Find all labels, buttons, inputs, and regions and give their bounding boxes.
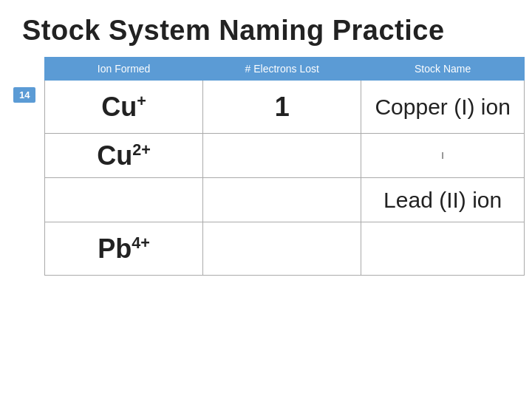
ion-symbol-2: Cu2+ — [97, 140, 151, 171]
page: Stock System Naming Practice 14 Ion Form… — [0, 0, 532, 399]
electrons-cell-3 — [203, 178, 361, 222]
stock-name-cell-2: I — [361, 134, 525, 178]
ion-symbol-1: Cu+ — [101, 92, 146, 122]
ion-cell-3 — [45, 178, 203, 222]
ion-cell-2: Cu2+ — [45, 134, 203, 178]
header-electrons-lost: # Electrons Lost — [203, 58, 361, 81]
stock-name-cell-4 — [361, 222, 525, 276]
ion-cell-1: Cu+ — [45, 81, 203, 134]
stock-name-cell-1: Copper (I) ion — [361, 81, 525, 134]
electrons-cell-4 — [203, 222, 361, 276]
header-stock-name: Stock Name — [361, 58, 525, 81]
electrons-cell-1: 1 — [203, 81, 361, 134]
table-wrapper: Ion Formed # Electrons Lost Stock Name C… — [44, 57, 525, 276]
table-row: Cu+ 1 Copper (I) ion — [45, 81, 525, 134]
ion-superscript-1: + — [137, 92, 146, 110]
slide-number: 14 — [13, 87, 35, 103]
header-ion-formed: Ion Formed — [45, 58, 203, 81]
ion-cell-4: Pb4+ — [45, 222, 203, 276]
main-table: Ion Formed # Electrons Lost Stock Name C… — [44, 57, 525, 276]
table-row: Lead (II) ion — [45, 178, 525, 222]
ion-superscript-2: 2+ — [132, 140, 151, 159]
electrons-cell-2 — [203, 134, 361, 178]
table-header-row: Ion Formed # Electrons Lost Stock Name — [45, 58, 525, 81]
page-title: Stock System Naming Practice — [22, 15, 510, 47]
ion-superscript-4: 4+ — [132, 233, 150, 252]
table-row: Cu2+ I — [45, 134, 525, 178]
table-row: Pb4+ — [45, 222, 525, 276]
ion-symbol-4: Pb4+ — [98, 233, 150, 264]
stock-name-cell-3: Lead (II) ion — [361, 178, 525, 222]
